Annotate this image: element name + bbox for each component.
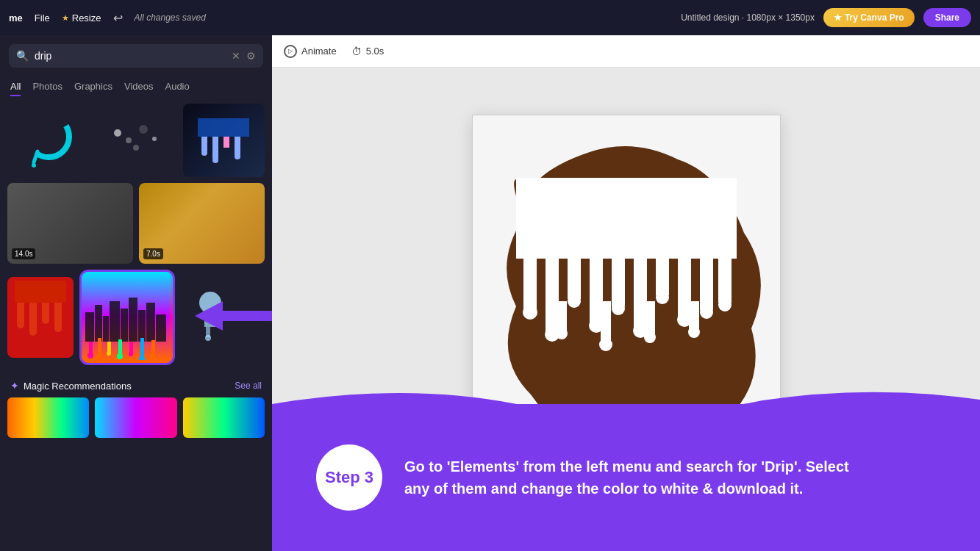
svg-rect-34 (156, 314, 166, 342)
duration-value: 5.0s (366, 46, 385, 57)
svg-point-79 (599, 338, 612, 351)
results-area: 14.0s 7.0s (0, 104, 272, 551)
see-all-link[interactable]: See all (235, 381, 262, 391)
svg-rect-20 (54, 303, 62, 327)
graphic-item[interactable] (7, 104, 89, 177)
video-row: 14.0s 7.0s (7, 183, 265, 264)
tab-all[interactable]: All (10, 81, 21, 96)
drip-row (7, 270, 265, 365)
rec-item[interactable] (183, 397, 265, 438)
svg-point-7 (133, 145, 139, 151)
svg-point-44 (107, 351, 111, 356)
svg-rect-80 (645, 301, 655, 334)
left-panel: 🔍 ✕ ⚙ All Photos Graphics Videos Audio (0, 35, 272, 551)
svg-rect-18 (29, 303, 37, 331)
svg-point-46 (129, 352, 133, 356)
svg-point-77 (556, 328, 568, 339)
search-bar: 🔍 ✕ ⚙ (9, 44, 263, 68)
svg-point-81 (644, 331, 656, 343)
design-title: Untitled design · 1080px × 1350px (681, 12, 815, 23)
nav-file[interactable]: File (35, 12, 50, 24)
step-circle: Step 3 (316, 444, 382, 511)
svg-point-68 (568, 295, 581, 308)
rec-item[interactable] (7, 397, 89, 438)
svg-rect-62 (656, 259, 669, 295)
svg-point-21 (17, 321, 24, 328)
tab-graphics[interactable]: Graphics (74, 81, 112, 96)
main-layout: 🔍 ✕ ⚙ All Photos Graphics Videos Audio (0, 35, 980, 551)
svg-rect-26 (85, 312, 94, 342)
rec-row (7, 397, 265, 438)
svg-rect-82 (689, 301, 699, 329)
drip-item[interactable] (7, 277, 74, 358)
svg-rect-9 (201, 137, 207, 151)
nav-resize[interactable]: Resize (62, 12, 101, 24)
tab-videos[interactable]: Videos (124, 81, 154, 96)
video-item[interactable]: 14.0s (7, 183, 133, 264)
nav-right: Untitled design · 1080px × 1350px Try Ca… (681, 8, 971, 27)
animate-button[interactable]: ▷ Animate (284, 45, 337, 58)
graphic-item[interactable] (95, 104, 176, 177)
svg-point-24 (54, 325, 62, 332)
svg-point-43 (96, 354, 102, 360)
svg-rect-16 (15, 281, 66, 303)
svg-rect-53 (217, 311, 272, 321)
svg-point-75 (718, 298, 732, 311)
search-icon: 🔍 (16, 50, 29, 62)
filter-icon[interactable]: ⚙ (246, 50, 256, 62)
svg-point-72 (656, 291, 669, 304)
animate-label: Animate (301, 46, 337, 57)
svg-rect-37 (107, 342, 111, 353)
animate-icon: ▷ (284, 45, 297, 58)
bottom-content: Step 3 Go to 'Elements' from the left me… (272, 404, 980, 551)
clear-icon[interactable]: ✕ (232, 50, 240, 62)
svg-rect-76 (557, 301, 567, 331)
arrow-indicator (195, 298, 272, 334)
svg-point-4 (126, 137, 132, 143)
svg-rect-17 (17, 303, 24, 323)
svg-point-3 (114, 129, 121, 137)
svg-point-23 (42, 317, 49, 324)
step-text: Go to 'Elements' from the left menu and … (404, 455, 849, 500)
video-duration: 14.0s (12, 248, 35, 259)
undo-icon[interactable]: ↩ (113, 11, 123, 25)
timer-icon: ⏱ (351, 46, 362, 57)
search-input[interactable] (35, 50, 226, 62)
canvas-area: ▷ Animate ⏱ 5.0s (272, 35, 980, 551)
svg-point-6 (152, 137, 157, 141)
svg-rect-56 (523, 259, 537, 310)
svg-point-22 (29, 328, 37, 336)
svg-point-13 (201, 150, 207, 156)
video-item[interactable]: 7.0s (139, 183, 265, 264)
magic-recommendations: ✦ Magic Recommendations See all (7, 374, 265, 397)
svg-rect-31 (129, 298, 137, 342)
svg-rect-19 (42, 303, 49, 319)
rec-item[interactable] (95, 397, 176, 438)
svg-rect-78 (601, 301, 611, 342)
svg-rect-10 (212, 137, 218, 159)
svg-rect-28 (103, 316, 109, 342)
tab-photos[interactable]: Photos (32, 81, 62, 96)
step-label: Step 3 (325, 468, 373, 487)
graphics-row-1 (7, 104, 265, 177)
drip-item-selected[interactable] (79, 270, 175, 365)
graphic-item[interactable] (183, 104, 265, 177)
tab-audio[interactable]: Audio (165, 81, 189, 96)
svg-point-83 (688, 326, 700, 338)
nav-home[interactable]: me (9, 12, 23, 24)
share-button[interactable]: Share (923, 8, 971, 27)
svg-rect-41 (151, 340, 155, 355)
svg-point-14 (212, 157, 218, 163)
try-pro-button[interactable]: Try Canva Pro (823, 8, 915, 27)
white-drip-element[interactable] (516, 178, 737, 369)
magic-rec-label: ✦ Magic Recommendations (10, 380, 132, 392)
svg-line-1 (34, 151, 37, 162)
svg-rect-29 (110, 301, 120, 342)
magic-rec-text: Magic Recommendations (24, 381, 132, 392)
svg-point-42 (87, 353, 93, 359)
svg-rect-55 (516, 178, 737, 259)
filter-tabs: All Photos Graphics Videos Audio (0, 76, 272, 104)
duration-control[interactable]: ⏱ 5.0s (351, 46, 385, 57)
svg-point-66 (523, 305, 537, 320)
svg-point-48 (150, 353, 156, 359)
